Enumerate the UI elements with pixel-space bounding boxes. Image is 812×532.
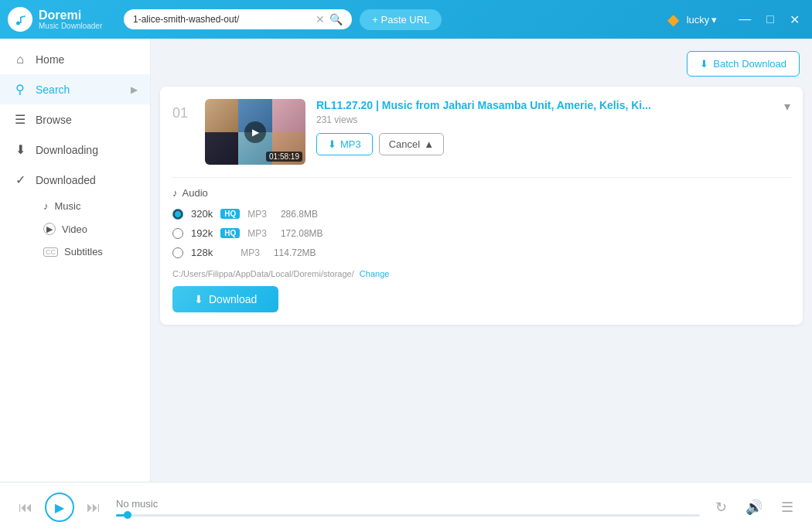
size-128k-label: 114.72MB — [274, 247, 316, 258]
maximize-button[interactable]: □ — [762, 11, 779, 29]
playlist-button[interactable]: ☰ — [778, 496, 797, 519]
player-progress-bar[interactable] — [116, 514, 700, 517]
bitrate-192k-label: 192k — [191, 227, 213, 239]
storage-path-text: C:/Users/Filippa/AppData/Local/Doremi/st… — [172, 269, 354, 278]
player-info: No music — [116, 498, 700, 517]
sidebar-item-video[interactable]: ▶ Video — [36, 217, 150, 240]
quality-radio-128k[interactable] — [172, 247, 183, 258]
search-arrow-icon: ▶ — [131, 84, 138, 95]
username-label: lucky — [687, 14, 710, 26]
browse-icon: ☰ — [12, 112, 28, 127]
main-layout: ⌂ Home ⚲ Search ▶ ☰ Browse ⬇ Downloading… — [0, 39, 812, 482]
app-logo-icon — [8, 7, 32, 32]
url-text: 1-alice-smith-washed-out/ — [133, 14, 311, 25]
paste-url-button[interactable]: + Paste URL — [360, 9, 442, 30]
url-bar[interactable]: 1-alice-smith-washed-out/ ✕ 🔍 — [124, 9, 352, 29]
thumb-cell-4 — [205, 132, 238, 165]
url-search-icon: 🔍 — [329, 13, 343, 26]
cancel-button[interactable]: Cancel ▲ — [379, 133, 444, 155]
track-title: RL11.27.20 | Music from Jahari Masamba U… — [316, 99, 767, 111]
sidebar-item-home[interactable]: ⌂ Home — [0, 45, 150, 74]
sidebar-item-downloading-label: Downloading — [36, 144, 98, 156]
expand-icon[interactable]: ▾ — [784, 99, 790, 114]
duration-badge: 01:58:19 — [266, 152, 302, 162]
player-right-controls: ↻ 🔊 ☰ — [712, 496, 797, 519]
play-pause-button[interactable]: ▶ — [45, 493, 74, 522]
minimize-button[interactable]: — — [734, 11, 756, 29]
player-bar: ⏮ ▶ ⏭ No music ↻ 🔊 ☰ — [0, 482, 812, 532]
next-button[interactable]: ⏭ — [84, 496, 104, 519]
paste-url-label: + Paste URL — [372, 14, 429, 26]
thumb-cell-3 — [272, 99, 305, 132]
format-320k-label: MP3 — [247, 209, 267, 220]
video-icon: ▶ — [43, 223, 56, 235]
audio-label: Audio — [183, 187, 208, 199]
track-thumbnail: ▶ 01:58:19 — [205, 99, 305, 165]
size-192k-label: 172.08MB — [281, 228, 323, 239]
sidebar-item-subtitles[interactable]: CC Subtitles — [36, 240, 150, 263]
quality-radio-192k[interactable] — [172, 228, 183, 239]
sidebar: ⌂ Home ⚲ Search ▶ ☰ Browse ⬇ Downloading… — [0, 39, 151, 482]
audio-section: ♪ Audio 320k HQ MP3 286.8MB 192k HQ — [172, 177, 790, 312]
track-views: 231 views — [316, 114, 767, 125]
sidebar-item-music[interactable]: ♪ Music — [36, 195, 150, 217]
user-menu[interactable]: lucky ▾ — [687, 14, 718, 26]
audio-option-128k: 128k MP3 114.72MB — [172, 247, 790, 258]
sidebar-item-downloading[interactable]: ⬇ Downloading — [0, 135, 150, 165]
user-chevron-icon: ▾ — [711, 14, 717, 26]
sidebar-item-search-label: Search — [36, 84, 70, 96]
video-label: Video — [62, 223, 87, 235]
previous-button[interactable]: ⏮ — [15, 496, 36, 519]
sidebar-item-downloaded[interactable]: ✓ Downloaded — [0, 165, 150, 195]
play-overlay[interactable]: ▶ — [244, 121, 266, 143]
hq-badge-192k: HQ — [220, 228, 240, 238]
subtitles-icon: CC — [43, 247, 58, 257]
music-label: Music — [55, 200, 81, 212]
storage-path: C:/Users/Filippa/AppData/Local/Doremi/st… — [172, 269, 790, 278]
audio-option-192k: 192k HQ MP3 172.08MB — [172, 227, 790, 239]
mp3-label: MP3 — [340, 138, 361, 150]
audio-note-icon: ♪ — [172, 187, 178, 199]
repeat-button[interactable]: ↻ — [712, 496, 730, 519]
bitrate-128k-label: 128k — [191, 247, 213, 258]
window-controls: — □ ✕ — [734, 11, 804, 29]
bitrate-320k-label: 320k — [191, 208, 213, 220]
track-card: 01 ▶ 01:58:19 RL11.27.20 | Music from Ja… — [160, 87, 803, 325]
sidebar-item-browse-label: Browse — [36, 114, 72, 126]
size-320k-label: 286.8MB — [281, 209, 318, 220]
change-path-link[interactable]: Change — [360, 269, 390, 278]
audio-option-320k: 320k HQ MP3 286.8MB — [172, 208, 790, 220]
track-info: RL11.27.20 | Music from Jahari Masamba U… — [316, 99, 767, 155]
close-button[interactable]: ✕ — [785, 11, 804, 29]
svg-point-0 — [16, 22, 20, 26]
url-clear-icon[interactable]: ✕ — [316, 13, 325, 26]
quality-radio-320k[interactable] — [172, 209, 183, 220]
sidebar-item-downloaded-label: Downloaded — [36, 174, 96, 186]
titlebar: Doremi Music Downloader 1-alice-smith-wa… — [0, 0, 812, 39]
mp3-button[interactable]: ⬇ MP3 — [316, 133, 373, 155]
home-icon: ⌂ — [12, 53, 28, 66]
hq-badge-320k: HQ — [220, 209, 240, 219]
sidebar-item-search[interactable]: ⚲ Search ▶ — [0, 74, 150, 104]
thumb-cell-1 — [205, 99, 238, 132]
search-icon: ⚲ — [12, 82, 28, 97]
downloaded-sub-menu: ♪ Music ▶ Video CC Subtitles — [0, 195, 150, 263]
audio-section-title: ♪ Audio — [172, 187, 790, 199]
cancel-chevron-icon: ▲ — [424, 138, 434, 150]
download-icon: ⬇ — [194, 293, 203, 305]
batch-download-icon: ⬇ — [700, 58, 708, 70]
volume-button[interactable]: 🔊 — [742, 496, 766, 519]
app-logo: Doremi Music Downloader — [8, 7, 116, 32]
download-button[interactable]: ⬇ Download — [172, 286, 278, 312]
logo-svg — [12, 12, 28, 27]
music-icon: ♪ — [43, 200, 49, 212]
player-progress-dot — [124, 511, 131, 519]
premium-icon: ◆ — [667, 10, 679, 29]
sidebar-item-browse[interactable]: ☰ Browse — [0, 104, 150, 135]
download-small-icon: ⬇ — [328, 138, 336, 150]
download-label: Download — [209, 293, 257, 305]
track-actions: ⬇ MP3 Cancel ▲ — [316, 133, 767, 155]
app-name-main: Doremi — [39, 9, 102, 22]
app-name: Doremi Music Downloader — [39, 9, 102, 31]
batch-download-button[interactable]: ⬇ Batch Download — [687, 51, 800, 77]
